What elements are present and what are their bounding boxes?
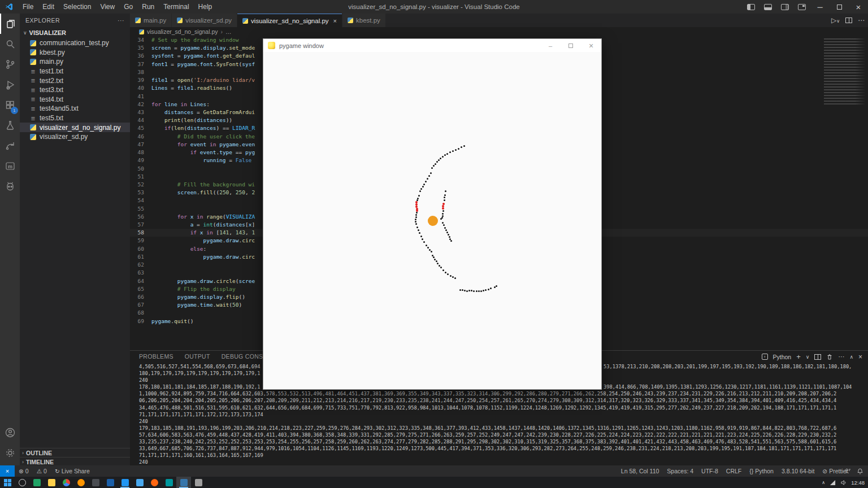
toggle-sidebar-icon[interactable] [747, 4, 755, 10]
close-button[interactable]: × [849, 0, 868, 14]
status-right-item-4[interactable]: {}Python [745, 465, 778, 477]
tab-main.py[interactable]: main.py [130, 14, 171, 27]
timeline-section[interactable]: › TIMELINE [20, 457, 130, 466]
account-icon[interactable] [0, 422, 20, 443]
file-item-visualizer_sd.py[interactable]: visualizer_sd.py [20, 132, 130, 142]
terminal-shell-label[interactable]: Python [773, 354, 792, 360]
editor-more-actions-icon[interactable]: ⋯ [858, 16, 865, 24]
explorer-actions-icon[interactable]: ··· [118, 17, 124, 24]
panel-more-icon[interactable]: ⋯ [838, 353, 844, 360]
taskbar-pygame-app[interactable] [176, 477, 191, 488]
taskbar-firefox-2[interactable] [147, 477, 162, 488]
outline-section[interactable]: › OUTLINE [20, 448, 130, 457]
activity-run-debug-icon[interactable] [0, 75, 20, 95]
remote-indicator[interactable]: × [0, 465, 15, 477]
customize-layout-icon[interactable] [798, 4, 806, 10]
clock[interactable]: 12:48 [851, 480, 865, 486]
run-python-file-icon[interactable]: ▷∨ [831, 16, 840, 24]
activity-explorer-icon[interactable] [0, 14, 20, 34]
file-item-test4.txt[interactable]: ≣test4.txt [20, 95, 130, 104]
menu-terminal[interactable]: Terminal [159, 0, 193, 14]
taskbar-start[interactable] [0, 477, 15, 488]
file-item-visualizer_sd_no_signal.py[interactable]: visualizer_sd_no_signal.py [20, 123, 130, 132]
file-item-communication_test.py[interactable]: communication_test.py [20, 38, 130, 48]
menu-view[interactable]: View [96, 0, 119, 14]
activity-extensions-icon[interactable]: 1 [0, 95, 20, 115]
taskbar-file-explorer[interactable] [44, 477, 59, 488]
feedback-icon[interactable] [844, 468, 851, 474]
split-editor-icon[interactable] [845, 18, 852, 23]
status-right-item-1[interactable]: Spaces: 4 [663, 465, 697, 477]
status-left-item-1[interactable]: ⚠0 [33, 465, 51, 477]
tab-kbest.py[interactable]: kbest.py [342, 14, 385, 27]
file-item-main.py[interactable]: main.py [20, 57, 130, 67]
volume-icon[interactable] [840, 480, 847, 486]
menu-file[interactable]: File [18, 0, 38, 14]
code-text: file1 = open('I:/arduino lidar/v [151, 76, 255, 84]
line-number: 41 [130, 93, 151, 101]
file-item-test1.txt[interactable]: ≣test1.txt [20, 67, 130, 76]
kill-terminal-icon[interactable] [826, 354, 833, 360]
file-item-kbest.py[interactable]: kbest.py [20, 48, 130, 58]
network-icon[interactable] [830, 480, 836, 486]
folder-visualizer[interactable]: ∨ VISUALIZER [20, 27, 130, 38]
panel-tab-problems[interactable]: PROBLEMS [139, 353, 173, 362]
menu-help[interactable]: Help [194, 0, 217, 14]
file-item-test5.txt[interactable]: ≣test5.txt [20, 114, 130, 123]
pygame-titlebar[interactable]: pygame window – × [263, 39, 601, 52]
activity-source-control-icon[interactable] [0, 54, 20, 75]
tray-chevron-icon[interactable]: ∧ [822, 480, 825, 485]
panel-tab-output[interactable]: OUTPUT [185, 353, 210, 362]
taskbar-app-gray[interactable] [191, 477, 206, 488]
taskbar-vscode[interactable] [118, 477, 132, 488]
tab-visualizer_sd.py[interactable]: visualizer_sd.py [172, 14, 237, 27]
taskbar-arduino[interactable] [162, 477, 176, 488]
maximize-panel-icon[interactable]: ∧ [849, 354, 853, 360]
lidar-dot [463, 145, 465, 147]
status-left-item-2[interactable]: ↻Live Share [51, 465, 94, 477]
activity-search-icon[interactable] [0, 34, 20, 54]
taskbar-app-lightblue[interactable] [132, 477, 147, 488]
pygame-minimize-icon[interactable]: – [540, 39, 561, 52]
pygame-window[interactable]: pygame window – × [263, 38, 602, 390]
menu-run[interactable]: Run [137, 0, 159, 14]
close-panel-icon[interactable]: × [858, 353, 862, 361]
activity-mongodb-icon[interactable]: m [0, 156, 20, 176]
activity-testing-icon[interactable] [0, 115, 20, 136]
menu-go[interactable]: Go [119, 0, 137, 14]
status-right-item-3[interactable]: CRLF [722, 465, 745, 477]
status-right-item-0[interactable]: Ln 58, Col 110 [617, 465, 663, 477]
new-terminal-icon[interactable]: + [796, 352, 801, 361]
toggle-secondary-sidebar-icon[interactable] [781, 4, 789, 10]
code-text: # Set up the drawing window [151, 36, 238, 44]
tab-close-icon[interactable]: × [333, 18, 337, 24]
terminal-dropdown-icon[interactable]: ∨ [806, 354, 810, 360]
split-terminal-icon[interactable] [814, 354, 821, 360]
activity-bot-icon[interactable] [0, 176, 20, 197]
file-item-test2.txt[interactable]: ≣test2.txt [20, 76, 130, 85]
taskbar-search[interactable] [15, 477, 29, 488]
breadcrumb[interactable]: visualizer_sd_no_signal.py › … [130, 27, 868, 36]
minimize-button[interactable]: ─ [810, 0, 830, 14]
menu-edit[interactable]: Edit [38, 0, 59, 14]
status-right-item-5[interactable]: 3.8.10 64-bit [778, 465, 818, 477]
activity-live-share-icon[interactable] [0, 136, 20, 156]
pygame-maximize-icon[interactable] [561, 39, 581, 52]
minimap[interactable] [824, 38, 866, 106]
file-item-test4and5.txt[interactable]: ≣test4and5.txt [20, 104, 130, 114]
taskbar-app-navy[interactable] [103, 477, 118, 488]
taskbar-app-dark[interactable] [88, 477, 103, 488]
pygame-close-icon[interactable]: × [581, 39, 601, 52]
menu-selection[interactable]: Selection [59, 0, 96, 14]
tab-visualizer_sd_no_signal.py[interactable]: visualizer_sd_no_signal.py× [237, 14, 342, 27]
file-item-test3.txt[interactable]: ≣test3.txt [20, 85, 130, 95]
restore-button[interactable] [830, 0, 849, 14]
taskbar-app-green[interactable] [29, 477, 44, 488]
bell-icon[interactable] [857, 468, 863, 474]
settings-gear-icon[interactable] [0, 443, 20, 463]
toggle-panel-icon[interactable] [764, 4, 772, 10]
status-left-item-0[interactable]: ⊗0 [15, 465, 33, 477]
taskbar-chrome[interactable] [59, 477, 73, 488]
status-right-item-2[interactable]: UTF-8 [697, 465, 722, 477]
taskbar-firefox[interactable] [73, 477, 88, 488]
